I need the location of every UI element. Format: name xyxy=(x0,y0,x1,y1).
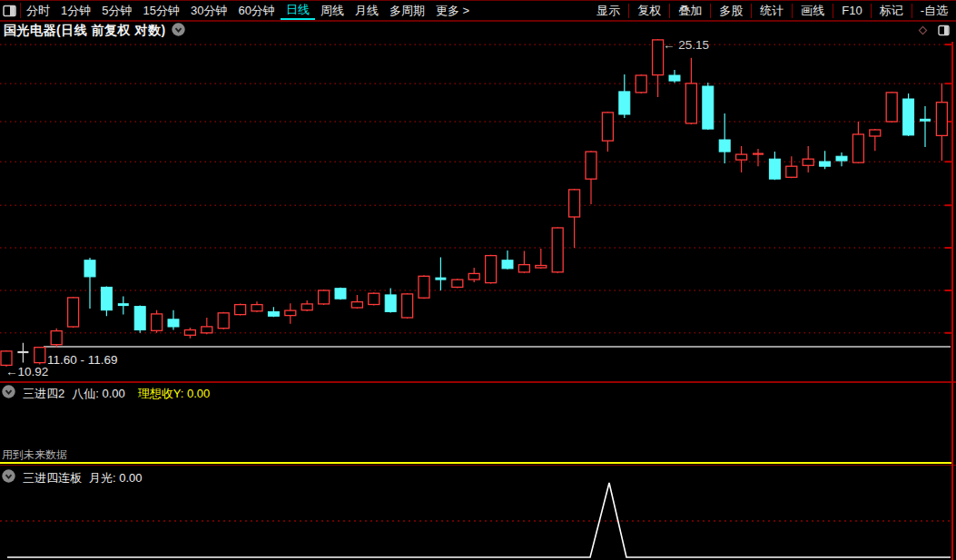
candle xyxy=(636,74,646,93)
candle xyxy=(836,152,847,166)
panel-separator xyxy=(0,381,956,383)
period-menu-bar: 分时1分钟5分钟15分钟30分钟60分钟日线周线月线多周期更多 > 显示复权叠加… xyxy=(0,0,956,22)
candle xyxy=(152,310,163,333)
main-kline-chart[interactable]: ← 25.1511.60 - 11.69←10.92 xyxy=(0,22,956,382)
future-data-warning: 用到未来数据 xyxy=(2,447,67,463)
candle xyxy=(569,189,580,248)
tool-menu-复权[interactable]: 复权 xyxy=(629,3,669,19)
period-tab-15分钟[interactable]: 15分钟 xyxy=(137,2,184,19)
period-tab-月线[interactable]: 月线 xyxy=(350,2,384,19)
candle xyxy=(853,122,863,163)
period-tab-周线[interactable]: 周线 xyxy=(315,2,350,19)
candle xyxy=(435,257,446,290)
tool-menu-F10[interactable]: F10 xyxy=(833,4,870,17)
candle xyxy=(118,297,129,315)
candle xyxy=(903,93,914,136)
period-tab-分时[interactable]: 分时 xyxy=(21,2,55,19)
candle xyxy=(936,84,947,161)
candle xyxy=(402,293,413,319)
tool-menu-多股[interactable]: 多股 xyxy=(711,3,751,19)
indicator1-yellow-line xyxy=(0,462,951,464)
diamond-icon[interactable] xyxy=(917,24,929,40)
candle xyxy=(235,304,246,316)
candle xyxy=(536,249,547,269)
period-tab-日线[interactable]: 日线 xyxy=(281,1,315,20)
indicator-field-理想收Y: 理想收Y: 0.00 xyxy=(138,386,210,402)
candle xyxy=(502,251,513,270)
candle xyxy=(202,318,212,334)
stock-app-window: 分时1分钟5分钟15分钟30分钟60分钟日线周线月线多周期更多 > 显示复权叠加… xyxy=(0,0,956,560)
candle xyxy=(886,92,897,123)
candle xyxy=(703,83,714,130)
tool-menu-显示[interactable]: 显示 xyxy=(588,3,628,19)
indicator2-name: 三进四连板 xyxy=(23,470,82,486)
indicator1-label-row: 三进四2 八仙: 0.00理想收Y: 0.00 xyxy=(2,385,210,402)
panel-separator xyxy=(0,465,956,466)
candle xyxy=(84,258,95,309)
indicator1-name: 三进四2 xyxy=(23,386,64,402)
candle xyxy=(452,279,463,288)
candle xyxy=(134,306,145,333)
candle xyxy=(602,112,613,152)
layout-icon[interactable] xyxy=(0,1,20,20)
candle xyxy=(335,288,346,300)
panel-icon[interactable] xyxy=(938,24,951,40)
candle xyxy=(468,268,479,282)
candle xyxy=(518,251,529,273)
candle xyxy=(552,227,563,273)
stock-title: 国光电器(日线 前复权 对数) xyxy=(4,23,185,39)
candle xyxy=(619,74,630,118)
tool-menu--自选[interactable]: -自选 xyxy=(912,3,956,19)
period-tab-1分钟[interactable]: 1分钟 xyxy=(55,2,96,19)
candle xyxy=(719,113,730,163)
candle xyxy=(168,310,179,330)
price-axis-line xyxy=(951,42,953,560)
candle xyxy=(803,146,813,172)
candle xyxy=(870,129,881,151)
tool-menu-叠加[interactable]: 叠加 xyxy=(670,3,710,19)
candle xyxy=(820,151,831,169)
candle xyxy=(68,297,79,328)
tool-menu-画线[interactable]: 画线 xyxy=(793,3,833,19)
indicator2-label-row: 三进四连板 月光: 0.00 xyxy=(2,469,143,486)
candle xyxy=(385,288,396,312)
candle xyxy=(34,347,45,365)
indicator-field-八仙: 八仙: 0.00 xyxy=(72,386,125,402)
candle xyxy=(285,303,296,324)
candle xyxy=(685,58,696,124)
candle xyxy=(319,290,330,305)
candle xyxy=(251,301,262,312)
price-annotation: ←10.92 xyxy=(5,365,48,378)
candle xyxy=(486,255,497,284)
candle xyxy=(17,343,28,363)
candle xyxy=(419,275,429,299)
collapse-chevron-icon[interactable] xyxy=(2,385,15,402)
price-annotation: 11.60 - 11.69 xyxy=(47,353,118,367)
candle xyxy=(920,106,931,147)
indicator2-fields: 月光: 0.00 xyxy=(89,470,143,486)
candle xyxy=(769,152,780,180)
period-tab-60分钟[interactable]: 60分钟 xyxy=(232,2,280,19)
period-tabs: 分时1分钟5分钟15分钟30分钟60分钟日线周线月线多周期更多 > xyxy=(21,1,475,20)
candle xyxy=(218,312,229,329)
period-tab-更多 >[interactable]: 更多 > xyxy=(430,2,475,19)
tool-menu: 显示复权叠加多股统计画线F10标记-自选 xyxy=(588,1,956,20)
candle xyxy=(669,70,680,83)
chart-title-bar: 国光电器(日线 前复权 对数) xyxy=(0,21,956,41)
period-tab-5分钟[interactable]: 5分钟 xyxy=(96,2,137,19)
candle xyxy=(268,307,279,317)
tool-menu-统计[interactable]: 统计 xyxy=(752,3,792,19)
candle xyxy=(351,295,362,309)
collapse-chevron-icon[interactable] xyxy=(172,23,185,39)
tool-menu-标记[interactable]: 标记 xyxy=(872,3,912,19)
candle xyxy=(653,39,664,97)
indicator1-fields: 八仙: 0.00理想收Y: 0.00 xyxy=(72,386,210,402)
sub-indicator-chart[interactable] xyxy=(0,466,956,560)
candle xyxy=(736,146,747,172)
collapse-chevron-icon[interactable] xyxy=(2,469,15,486)
period-tab-多周期[interactable]: 多周期 xyxy=(384,2,430,19)
candle xyxy=(184,328,195,339)
period-tab-30分钟[interactable]: 30分钟 xyxy=(185,2,232,19)
candle xyxy=(101,286,112,316)
candle xyxy=(786,156,797,178)
